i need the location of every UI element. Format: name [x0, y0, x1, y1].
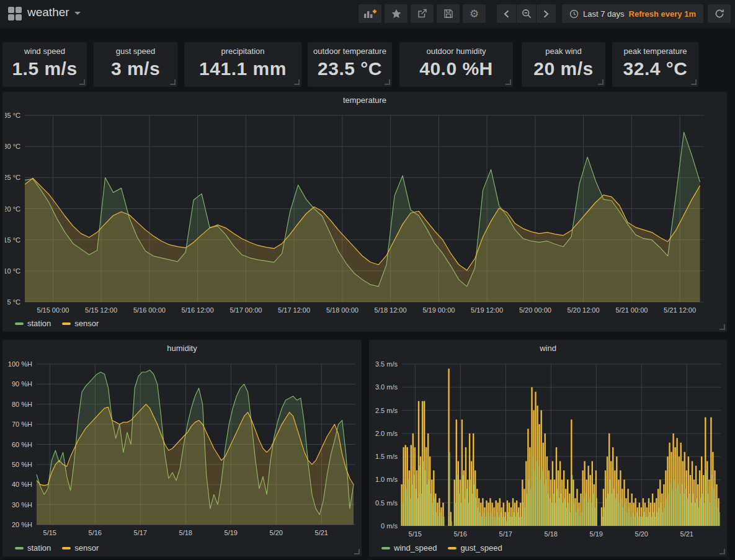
stat-value: 23.5 °C	[308, 58, 392, 79]
refresh-icon	[715, 9, 724, 19]
stat-value: 32.4 °C	[612, 58, 698, 79]
svg-text:5/20: 5/20	[270, 529, 283, 536]
svg-text:5/17 12:00: 5/17 12:00	[278, 306, 310, 314]
stat-title[interactable]: wind speed	[2, 47, 87, 56]
navbar: weather	[0, 0, 735, 28]
svg-text:5/19: 5/19	[225, 529, 238, 536]
star-icon	[391, 9, 401, 19]
resize-handle[interactable]	[170, 79, 176, 85]
dashboard-title-menu[interactable]: weather	[27, 6, 81, 19]
stat-value: 1.5 m/s	[2, 58, 87, 79]
settings-button[interactable]: ⚙	[463, 4, 486, 23]
stat-title[interactable]: gust speed	[94, 47, 177, 56]
time-back-button[interactable]	[497, 4, 516, 23]
share-button[interactable]	[411, 4, 434, 23]
svg-text:5/19 12:00: 5/19 12:00	[471, 306, 503, 314]
chevron-right-icon	[543, 10, 549, 18]
station-swatch	[15, 322, 24, 325]
star-button[interactable]	[385, 4, 408, 23]
resize-handle[interactable]	[506, 79, 511, 85]
stat-title[interactable]: precipitation	[184, 47, 301, 56]
svg-text:1.5 m/s: 1.5 m/s	[375, 453, 398, 460]
resize-handle[interactable]	[354, 549, 360, 554]
svg-text:5/16 12:00: 5/16 12:00	[182, 306, 214, 314]
resize-handle[interactable]	[294, 79, 300, 85]
save-button[interactable]	[437, 4, 460, 23]
svg-text:5/21: 5/21	[315, 529, 328, 536]
resize-handle[interactable]	[691, 79, 697, 85]
svg-text:5/21 12:00: 5/21 12:00	[664, 306, 696, 314]
legend-item-station[interactable]: station	[15, 543, 51, 553]
temperature-chart[interactable]: 5 °C10 °C15 °C20 °C25 °C30 °C35 °C5/15 0…	[5, 108, 724, 316]
svg-text:5/15 12:00: 5/15 12:00	[85, 306, 117, 314]
zoom-out-button[interactable]	[517, 4, 536, 23]
svg-text:2.5 m/s: 2.5 m/s	[375, 407, 398, 414]
stat-title[interactable]: peak temperature	[612, 47, 698, 56]
humidity-panel-title[interactable]: humidity	[2, 340, 362, 356]
sensor-swatch	[62, 547, 71, 549]
stat-title[interactable]: outdoor temperature	[308, 47, 392, 56]
svg-text:5/17: 5/17	[499, 530, 512, 538]
temperature-panel: temperature 5 °C10 °C15 °C20 °C25 °C30 °…	[2, 92, 727, 332]
legend-item-sensor[interactable]: sensor	[62, 319, 99, 328]
resize-handle[interactable]	[598, 79, 604, 85]
svg-text:5/17: 5/17	[134, 529, 147, 536]
legend-label: wind_speed	[394, 543, 437, 553]
time-picker[interactable]: Last 7 days Refresh every 1m	[562, 4, 703, 23]
wind-panel-title[interactable]: wind	[369, 340, 727, 356]
svg-text:5/19 00:00: 5/19 00:00	[422, 306, 455, 314]
stat-value: 3 m/s	[94, 58, 177, 79]
legend-label: sensor	[74, 319, 99, 328]
svg-text:5/20 00:00: 5/20 00:00	[519, 306, 551, 314]
svg-text:0.5 m/s: 0.5 m/s	[375, 499, 398, 507]
station-swatch	[15, 547, 24, 549]
svg-text:5/19: 5/19	[590, 530, 603, 538]
svg-text:30 °C: 30 °C	[5, 143, 20, 150]
gear-icon: ⚙	[470, 9, 479, 19]
grafana-logo-icon[interactable]	[8, 7, 22, 20]
wind-speed-swatch	[381, 547, 390, 549]
wind-chart[interactable]: 0 m/s0.5 m/s1.0 m/s1.5 m/s2.0 m/s2.5 m/s…	[372, 356, 724, 541]
svg-text:5/21: 5/21	[680, 530, 693, 538]
humidity-panel: humidity 20 %H30 %H40 %H50 %H60 %H70 %H8…	[2, 340, 362, 556]
refresh-button[interactable]	[708, 4, 731, 23]
clock-icon	[569, 9, 579, 19]
svg-text:80 %H: 80 %H	[12, 401, 32, 408]
resize-handle[interactable]	[719, 324, 725, 330]
temperature-legend: station sensor	[2, 316, 727, 328]
share-icon	[417, 9, 427, 19]
stat-title[interactable]: outdoor humidity	[399, 47, 513, 56]
grafana-dashboard: weather	[0, 0, 735, 560]
svg-text:5/20: 5/20	[635, 530, 648, 538]
humidity-chart[interactable]: 20 %H30 %H40 %H50 %H60 %H70 %H80 %H90 %H…	[5, 356, 359, 541]
sensor-swatch	[62, 322, 71, 325]
legend-item-gust-speed[interactable]: gust_speed	[448, 543, 502, 553]
stat-panel-outdoor-humidity: outdoor humidity 40.0 %H	[399, 42, 513, 87]
svg-text:5/18 00:00: 5/18 00:00	[326, 306, 359, 314]
temperature-panel-title[interactable]: temperature	[2, 92, 727, 108]
svg-text:5/15: 5/15	[409, 530, 422, 538]
svg-text:5/16: 5/16	[454, 530, 467, 538]
stat-title[interactable]: peak wind	[522, 47, 605, 56]
wind-legend: wind_speed gust_speed	[369, 541, 727, 553]
resize-handle[interactable]	[385, 79, 390, 85]
legend-item-sensor[interactable]: sensor	[62, 543, 99, 553]
svg-text:100 %H: 100 %H	[8, 360, 32, 368]
add-panel-button[interactable]	[359, 4, 381, 23]
legend-item-station[interactable]: station	[15, 319, 51, 328]
svg-text:30 %H: 30 %H	[12, 501, 32, 509]
resize-handle[interactable]	[719, 549, 725, 554]
svg-text:5/21 00:00: 5/21 00:00	[615, 306, 648, 314]
resize-handle[interactable]	[79, 79, 85, 85]
time-forward-button[interactable]	[537, 4, 556, 23]
stat-value: 141.1 mm	[184, 58, 301, 79]
svg-text:5/18 12:00: 5/18 12:00	[375, 306, 407, 314]
svg-text:25 °C: 25 °C	[5, 174, 20, 181]
legend-item-wind-speed[interactable]: wind_speed	[381, 543, 437, 553]
svg-text:10 °C: 10 °C	[5, 267, 20, 275]
svg-text:0 m/s: 0 m/s	[381, 522, 398, 530]
legend-label: gust_speed	[460, 543, 502, 553]
svg-text:15 °C: 15 °C	[5, 236, 20, 244]
svg-text:5/18: 5/18	[545, 530, 558, 538]
svg-text:5/16 00:00: 5/16 00:00	[133, 306, 166, 314]
